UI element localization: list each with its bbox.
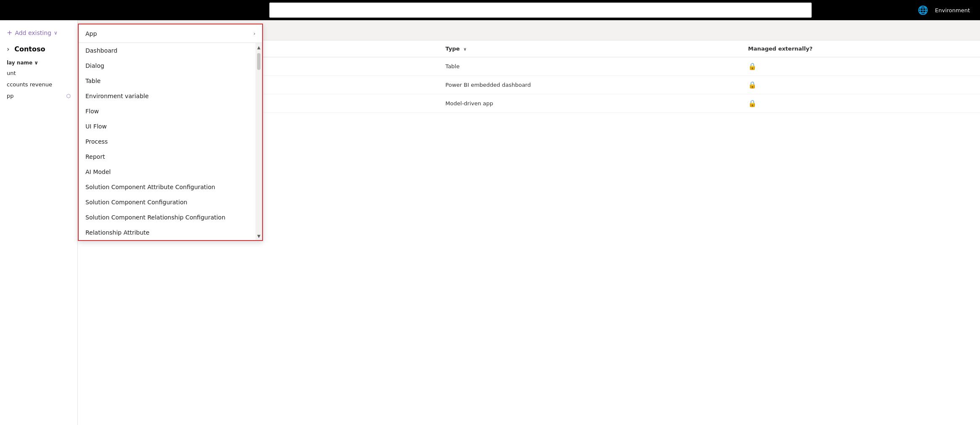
top-bar-right: 🌐 Environment	[918, 5, 970, 15]
dropdown-menu: App › DashboardDialogTableEnvironment va…	[78, 24, 263, 241]
row-type: Table	[439, 57, 741, 76]
dropdown-item[interactable]: Table	[79, 73, 255, 88]
sidebar-item-label: ccounts revenue	[7, 81, 52, 88]
dropdown-header-arrow-icon: ›	[253, 31, 255, 37]
dropdown-item[interactable]: Solution Component Configuration	[79, 195, 255, 210]
dropdown-item[interactable]: UI Flow	[79, 119, 255, 134]
sidebar-item-unt[interactable]: unt	[0, 67, 77, 79]
scrollbar-down-button[interactable]: ▼	[255, 232, 262, 240]
dropdown-item[interactable]: Process	[79, 134, 255, 149]
dropdown-item[interactable]: Report	[79, 149, 255, 164]
dropdown-item[interactable]: AI Model	[79, 164, 255, 179]
sidebar-item-label: unt	[7, 70, 16, 76]
dropdown-header: App ›	[79, 24, 262, 43]
col-header-managed: Managed externally?	[741, 40, 980, 57]
row-type: Power BI embedded dashboard	[439, 76, 741, 94]
chevron-down-icon: ∨	[54, 30, 58, 36]
scrollbar-up-button[interactable]: ▲	[255, 43, 262, 51]
plus-icon: +	[7, 29, 12, 37]
lock-icon: 🔒	[748, 62, 757, 70]
scrollbar-thumb-area	[255, 51, 262, 232]
add-existing-label: Add existing	[15, 29, 51, 36]
sidebar-item-accounts-revenue[interactable]: ccounts revenue	[0, 79, 77, 90]
globe-icon: 🌐	[918, 5, 928, 15]
display-name-header: lay name	[7, 60, 32, 66]
dropdown-item[interactable]: Dashboard	[79, 43, 255, 58]
managed-header-label: Managed externally?	[748, 45, 813, 52]
type-header-label: Type	[446, 45, 460, 52]
row-managed: 🔒	[741, 76, 980, 94]
row-managed: 🔒	[741, 57, 980, 76]
row-managed: 🔒	[741, 94, 980, 113]
dropdown-item[interactable]: Relationship Attribute	[79, 225, 255, 240]
sidebar-item-label: pp	[7, 93, 14, 99]
dropdown-item[interactable]: Solution Component Relationship Configur…	[79, 210, 255, 225]
add-existing-button[interactable]: + Add existing ∨	[0, 25, 77, 40]
dropdown-header-title: App	[85, 30, 97, 37]
section-arrow-icon: ›	[7, 45, 10, 53]
top-bar: 🌐 Environment	[0, 0, 980, 20]
dropdown-scrollbar-container: DashboardDialogTableEnvironment variable…	[79, 43, 262, 240]
type-sort-icon: ∨	[463, 47, 467, 51]
sidebar-col-header: lay name ∨	[0, 56, 77, 67]
external-link-icon: ⬡	[66, 93, 71, 99]
sort-chevron-icon: ∨	[34, 60, 38, 66]
dropdown-scrollbar[interactable]: ▲ ▼	[255, 43, 262, 240]
col-header-type[interactable]: Type ∨	[439, 40, 741, 57]
dropdown-item[interactable]: Dialog	[79, 58, 255, 73]
dropdown-item[interactable]: Solution Component Attribute Configurati…	[79, 179, 255, 195]
sidebar-section-title: › Contoso	[0, 40, 77, 56]
lock-icon: 🔒	[748, 99, 757, 107]
row-type: Model-driven app	[439, 94, 741, 113]
scrollbar-thumb	[257, 53, 260, 70]
sidebar: + Add existing ∨ › Contoso lay name ∨ un…	[0, 20, 78, 425]
sidebar-item-app[interactable]: pp ⬡	[0, 90, 77, 102]
dropdown-list: DashboardDialogTableEnvironment variable…	[79, 43, 255, 240]
search-bar[interactable]	[269, 3, 812, 18]
lock-icon: 🔒	[748, 81, 757, 89]
environment-label: Environment	[935, 7, 970, 13]
dropdown-item[interactable]: Environment variable	[79, 88, 255, 104]
dropdown-item[interactable]: Flow	[79, 104, 255, 119]
